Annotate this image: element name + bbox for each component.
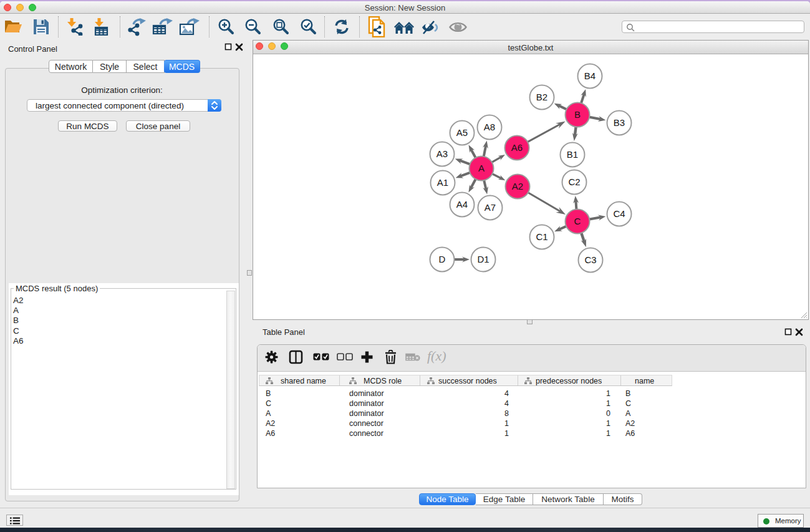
svg-text:B2: B2 bbox=[536, 92, 547, 102]
svg-text:A8: A8 bbox=[484, 122, 495, 132]
svg-text:C4: C4 bbox=[613, 208, 625, 219]
svg-text:A5: A5 bbox=[456, 127, 468, 138]
svg-text:A4: A4 bbox=[456, 199, 468, 210]
svg-text:A3: A3 bbox=[436, 148, 448, 159]
svg-text:B4: B4 bbox=[584, 70, 595, 81]
svg-text:D1: D1 bbox=[477, 254, 489, 264]
svg-text:B1: B1 bbox=[567, 149, 578, 160]
svg-text:D: D bbox=[439, 254, 446, 264]
svg-text:A6: A6 bbox=[511, 142, 523, 153]
svg-text:A7: A7 bbox=[485, 202, 496, 213]
svg-text:A1: A1 bbox=[437, 177, 448, 188]
svg-text:C3: C3 bbox=[584, 254, 596, 265]
svg-text:A2: A2 bbox=[512, 181, 523, 191]
svg-text:B: B bbox=[574, 109, 581, 120]
svg-text:C1: C1 bbox=[536, 231, 547, 242]
svg-text:C2: C2 bbox=[568, 177, 580, 187]
svg-text:A: A bbox=[478, 163, 485, 173]
svg-text:B3: B3 bbox=[614, 117, 625, 128]
svg-text:C: C bbox=[574, 216, 581, 226]
